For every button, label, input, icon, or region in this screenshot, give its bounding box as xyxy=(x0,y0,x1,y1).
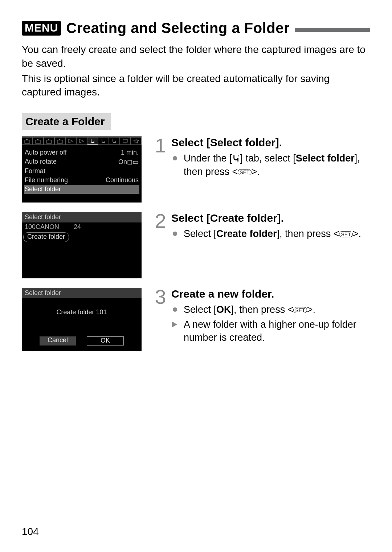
folder-name: 100CANON xyxy=(25,223,59,231)
step-3-bullet-1: Select [OK], then press <SET>. xyxy=(171,303,370,316)
menu-list: Auto power off 1 min. Auto rotate On◻▭ F… xyxy=(22,147,142,203)
menu-item-format: Format xyxy=(24,167,139,176)
page-title-row: MENU Creating and Selecting a Folder xyxy=(22,20,370,36)
tab-setup-1 xyxy=(87,137,98,145)
page-number: 104 xyxy=(22,526,39,537)
intro-paragraph-2: This is optional since a folder will be … xyxy=(22,72,370,99)
svg-marker-12 xyxy=(134,139,139,143)
svg-rect-4 xyxy=(46,140,52,143)
tab-camera-3 xyxy=(44,137,54,145)
camera-icon: ◻ xyxy=(127,158,132,165)
svg-rect-2 xyxy=(36,140,41,143)
svg-rect-11 xyxy=(124,143,126,143)
step-1-body: 1 Select [Select folder]. Under the [] t… xyxy=(152,136,370,203)
step-3-body: 3 Create a new folder. Select [OK], then… xyxy=(152,288,370,351)
folder-count: 24 xyxy=(74,223,81,231)
tab-setup-3 xyxy=(109,137,120,145)
step-2-body: 2 Select [Create folder]. Select [Create… xyxy=(152,212,370,278)
step-1-row: Auto power off 1 min. Auto rotate On◻▭ F… xyxy=(22,136,370,203)
tab-playback-1 xyxy=(65,137,76,145)
lcd-screenshot-3: Select folder Create folder 101 Cancel O… xyxy=(22,288,142,351)
wrench-icon xyxy=(232,155,240,163)
cancel-button: Cancel xyxy=(40,336,76,345)
svg-rect-7 xyxy=(59,139,60,140)
svg-rect-1 xyxy=(26,139,28,140)
section-title: Create a Folder xyxy=(22,113,111,130)
ok-button: OK xyxy=(87,336,124,345)
menu-item-select-folder: Select folder xyxy=(24,185,139,194)
menu-tab-strip xyxy=(22,136,142,145)
page-title: Creating and Selecting a Folder xyxy=(66,20,290,36)
menu-item-label: File numbering xyxy=(25,176,68,184)
svg-rect-3 xyxy=(37,139,38,140)
set-icon: SET xyxy=(339,231,352,237)
menu-item-label: Format xyxy=(25,167,45,175)
lcd-screenshot-1: Auto power off 1 min. Auto rotate On◻▭ F… xyxy=(22,136,142,203)
step-3-row: Select folder Create folder 101 Cancel O… xyxy=(22,288,370,351)
tab-mymenu xyxy=(131,137,142,145)
menu-item-value: Continuous xyxy=(106,176,139,184)
svg-rect-0 xyxy=(25,140,30,143)
lcd2-title: Select folder xyxy=(22,212,142,222)
set-icon: SET xyxy=(293,307,307,313)
tab-camera-1 xyxy=(22,137,33,145)
intro-paragraph-1: You can freely create and select the fol… xyxy=(22,43,370,70)
tab-camera-4 xyxy=(54,137,65,145)
svg-rect-5 xyxy=(48,139,49,140)
menu-item-value: On◻▭ xyxy=(118,158,139,166)
menu-item-auto-power-off: Auto power off 1 min. xyxy=(24,148,139,157)
folder-row: 100CANON 24 xyxy=(22,222,142,232)
step-1-bullet-1: Under the [] tab, select [Select folder]… xyxy=(171,152,370,178)
svg-point-13 xyxy=(238,155,239,156)
intro-text: You can freely create and select the fol… xyxy=(22,43,370,99)
lcd3-message: Create folder 101 xyxy=(22,308,142,316)
step-number-1: 1 xyxy=(152,136,168,203)
step-3-bullet-2: A new folder with a higher one-up folder… xyxy=(171,318,370,344)
manual-page: MENU Creating and Selecting a Folder You… xyxy=(0,0,392,552)
menu-item-label: Auto power off xyxy=(25,149,67,156)
svg-marker-9 xyxy=(79,139,84,143)
divider xyxy=(22,103,370,103)
step-number-2: 2 xyxy=(152,212,168,278)
menu-item-auto-rotate: Auto rotate On◻▭ xyxy=(24,157,139,167)
menu-item-label: Select folder xyxy=(25,185,61,193)
svg-marker-8 xyxy=(69,139,73,143)
tab-setup-2 xyxy=(98,137,109,145)
monitor-icon: ▭ xyxy=(132,158,139,165)
create-folder-option: Create folder xyxy=(23,232,69,242)
tab-playback-2 xyxy=(76,137,87,145)
lcd3-title: Select folder xyxy=(22,288,142,298)
menu-item-file-numbering: File numbering Continuous xyxy=(24,176,139,185)
menu-item-label: Auto rotate xyxy=(25,158,57,166)
menu-item-value: 1 min. xyxy=(121,149,139,156)
svg-rect-10 xyxy=(123,139,127,142)
step-1-heading: Select [Select folder]. xyxy=(171,136,370,149)
tab-display xyxy=(120,137,131,145)
tab-camera-2 xyxy=(33,137,44,145)
step-3-heading: Create a new folder. xyxy=(171,288,370,300)
step-2-heading: Select [Create folder]. xyxy=(171,212,370,224)
step-2-row: Select folder 100CANON 24 Create folder … xyxy=(22,212,370,278)
set-icon: SET xyxy=(238,169,251,175)
menu-badge: MENU xyxy=(22,21,61,36)
step-number-3: 3 xyxy=(152,288,168,351)
svg-rect-6 xyxy=(57,140,62,143)
title-rule xyxy=(295,28,370,32)
lcd-screenshot-2: Select folder 100CANON 24 Create folder xyxy=(22,212,142,278)
step-2-bullet-1: Select [Create folder], then press <SET>… xyxy=(171,227,370,240)
